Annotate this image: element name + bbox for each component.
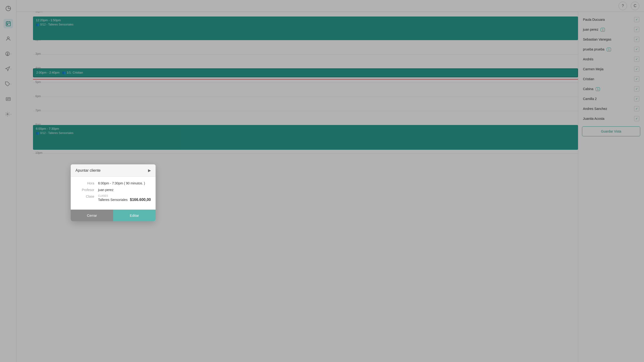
modal-body: Hora 6:00pm - 7:30pm ( 90 minutos. ) Pro…: [71, 177, 156, 209]
modal-profesor-row: Profesor juan perez: [76, 188, 151, 192]
clase-price: $166.600,00: [130, 198, 151, 202]
class-detail-modal: Apuntar cliente ▶ Hora 6:00pm - 7:30pm (…: [71, 164, 156, 221]
modal-hora-label: Hora: [76, 181, 94, 185]
clase-row: Talleres Sensoriales $166.600,00: [98, 198, 151, 202]
clases-sublabel: CLASES: [98, 195, 151, 197]
modal-profesor-value: juan perez: [98, 188, 151, 192]
modal-clase-label: Clase: [76, 195, 94, 202]
modal-clase-row: Clase CLASES Talleres Sensoriales $166.6…: [76, 195, 151, 202]
clase-name: Talleres Sensoriales: [98, 198, 128, 202]
cerrar-button[interactable]: Cerrar: [71, 210, 113, 221]
modal-header: Apuntar cliente ▶: [71, 164, 156, 177]
modal-title: Apuntar cliente: [76, 168, 101, 173]
modal-arrow-icon: ▶: [148, 168, 151, 173]
modal-profesor-label: Profesor: [76, 188, 94, 192]
modal-footer: Cerrar Editar: [71, 209, 156, 221]
modal-overlay: Apuntar cliente ▶ Hora 6:00pm - 7:30pm (…: [0, 0, 644, 362]
editar-button[interactable]: Editar: [113, 210, 156, 221]
modal-clase-detail: CLASES Talleres Sensoriales $166.600,00: [98, 195, 151, 202]
modal-hora-row: Hora 6:00pm - 7:30pm ( 90 minutos. ): [76, 181, 151, 185]
modal-hora-value: 6:00pm - 7:30pm ( 90 minutos. ): [98, 181, 151, 185]
